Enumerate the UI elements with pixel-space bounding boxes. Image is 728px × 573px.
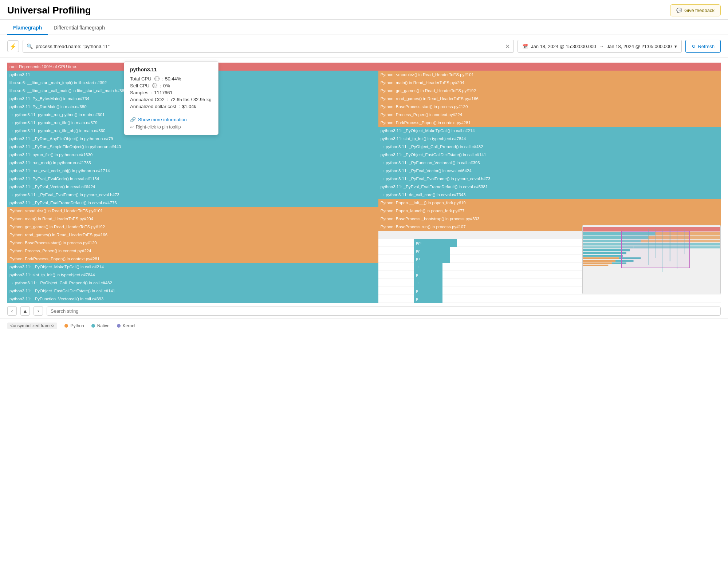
flame-cell[interactable]: py (414, 247, 450, 255)
rightclick-hint: ↩ Right-click to pin tooltip (130, 125, 212, 130)
flame-cell[interactable]: python3.11: _PyObject_MakeTpCall() in ca… (378, 127, 721, 135)
flame-cell[interactable]: Python: read_games() in Read_HeaderToES.… (7, 231, 378, 239)
tab-differential[interactable]: Differential flamegraph (48, 21, 111, 35)
native-legend-item: Native (91, 323, 110, 328)
refresh-icon: ↻ (692, 44, 696, 49)
flame-cell[interactable]: python3.11: _PyFunction_Vectorcall() in … (7, 295, 378, 303)
flame-cell[interactable]: → python3.11: do_call_core() in ceval.c#… (378, 191, 721, 199)
tooltip-co2: Annualized CO2: 72.65 lbs / 32.95 kg (130, 97, 212, 102)
chevron-down-icon: ▾ (674, 44, 677, 49)
flame-cell[interactable]: Python: <module>() in Read_HeaderToES.py… (7, 207, 378, 215)
table-row: → python3.11: pymain_run_file() in main.… (7, 119, 721, 127)
flame-cell[interactable]: Python: read_games() in Read_HeaderToES.… (378, 95, 721, 103)
flame-cell[interactable]: python3.11: _PyObject_FastCallDictTstate… (7, 287, 378, 295)
flame-cell[interactable]: Python: Process_Popen() in context.py#22… (378, 111, 721, 119)
search-string-input[interactable] (47, 307, 721, 316)
flame-cell[interactable]: p I (414, 255, 450, 263)
table-row: python3.11: PyEval_EvalCode() in ceval.c… (7, 175, 721, 183)
refresh-button[interactable]: ↻ Refresh (685, 40, 721, 53)
table-row: libc.so.6: __libc_start_main_impl() in l… (7, 79, 721, 87)
python-legend-dot (64, 324, 68, 328)
table-row: Python: main() in Read_HeaderToES.py#204… (7, 215, 721, 223)
show-more-info-link[interactable]: 🔗 Show more information (130, 117, 212, 122)
flame-cell[interactable]: root: Represents 100% of CPU time. (7, 63, 721, 71)
flame-cell[interactable]: p (414, 287, 442, 295)
search-container: 🔍 ✕ (23, 40, 514, 53)
flame-cell[interactable]: python3.11: _PyRun_SimpleFileObject() in… (7, 143, 378, 151)
table-row: python3.11 Python: <module>() in Read_He… (7, 71, 721, 79)
tooltip-divider (130, 113, 212, 113)
filter-button[interactable]: ⚡ (7, 40, 19, 52)
flame-cell[interactable]: python3.11: _PyEval_EvalFrameDefault() i… (378, 183, 721, 191)
flame-cell[interactable]: Python: main() in Read_HeaderToES.py#204 (378, 79, 721, 87)
flame-cell[interactable]: python3.11: _PyObject_MakeTpCall() in ca… (7, 263, 378, 271)
flame-cell[interactable]: python3.11: pyrun_file() in pythonrun.c#… (7, 151, 378, 159)
table-row: → python3.11: _PyEval_EvalFrame() in pyc… (7, 191, 721, 199)
feedback-icon: 💬 (676, 8, 682, 13)
header: Universal Profiling 💬 Give feedback (0, 0, 728, 20)
flame-cell[interactable]: Python: Process_Popen() in context.py#22… (7, 247, 378, 255)
flame-cell[interactable]: python3.11: run_mod() in pythonrun.c#173… (7, 159, 378, 167)
flame-cell[interactable]: Python: Popen_launch() in popen_fork.py#… (378, 207, 721, 215)
flame-cell[interactable]: → python3.11: _PyEval_Vector() in ceval.… (378, 167, 721, 175)
flame-cell[interactable]: python3.11: _PyObject_FastCallDictTstate… (378, 151, 721, 159)
flame-cell[interactable]: Python: BaseProcess._bootstrap() in proc… (378, 215, 721, 223)
table-row: root: Represents 100% of CPU time. (7, 63, 721, 71)
tab-flamegraph[interactable]: Flamegraph (7, 21, 48, 35)
next-button[interactable]: › (34, 306, 43, 316)
flame-cell[interactable]: python3.11: _PyEval_EvalFrameDefault() i… (7, 199, 378, 207)
flame-cell[interactable]: → python3.11: _PyObject_Call_Prepend() i… (378, 143, 721, 151)
table-row: python3.11: run_eval_code_obj() in pytho… (7, 167, 721, 175)
flame-cell[interactable]: → (414, 263, 442, 271)
feedback-button[interactable]: 💬 Give feedback (670, 4, 721, 16)
flame-cell[interactable]: python3.11: slot_tp_init() in typeobject… (7, 271, 378, 279)
flame-cell[interactable]: → python3.11: _PyEval_EvalFrame() in pyc… (378, 175, 721, 183)
kernel-legend-dot (117, 324, 121, 328)
flame-cell[interactable]: Python: Popen.__init__() in popen_fork.p… (378, 199, 721, 207)
table-row: python3.11: _PyEval_EvalFrameDefault() i… (7, 199, 721, 207)
table-row: → python3.11: pymain_run_python() in mai… (7, 111, 721, 119)
table-row: → python3.11: pymain_run_file_obj() in m… (7, 127, 721, 135)
search-icon: 🔍 (27, 43, 33, 49)
table-row: python3.11: _PyRun_AnyFileObject() in py… (7, 135, 721, 143)
minimap[interactable] (582, 225, 721, 294)
flame-cell[interactable]: python3.11: _PyRun_AnyFileObject() in py… (7, 135, 378, 143)
flame-cell[interactable]: Python: ForkProcess_Popen() in context.p… (378, 119, 721, 127)
info-link-icon: 🔗 (130, 117, 136, 122)
flame-cell[interactable]: Python: main() in Read_HeaderToES.py#204 (7, 215, 378, 223)
unsymbolized-legend-item: <unsymbolized frame> (7, 323, 57, 329)
flame-cell[interactable]: p (414, 271, 442, 279)
flame-cell[interactable]: Python: get_games() in Read_HeaderToES.p… (7, 223, 378, 231)
svg-rect-13 (583, 252, 626, 254)
clear-search-button[interactable]: ✕ (505, 43, 510, 50)
flame-cell[interactable]: Python: get_games() in Read_HeaderToES.p… (378, 87, 721, 95)
table-row: Python: <module>() in Read_HeaderToES.py… (7, 207, 721, 215)
kernel-legend-item: Kernel (117, 323, 135, 328)
flame-cell[interactable]: Python: BaseProcess.start() in process.p… (378, 103, 721, 111)
rightclick-icon: ↩ (130, 125, 134, 130)
search-input[interactable] (36, 44, 502, 49)
calendar-icon: 📅 (522, 44, 528, 49)
flame-cell[interactable]: python3.11: PyEval_EvalCode() in ceval.c… (7, 175, 378, 183)
legend: <unsymbolized frame> Python Native Kerne… (0, 319, 728, 333)
tooltip-total-cpu: Total CPU ⓘ: 50.44% (130, 76, 212, 82)
flame-cell[interactable]: Python: ForkProcess_Popen() in context.p… (7, 255, 378, 263)
svg-rect-17 (583, 260, 615, 262)
flame-cell[interactable]: → python3.11: _PyFunction_Vectorcall() i… (378, 159, 721, 167)
flamegraph-container: python3.11 Total CPU ⓘ: 50.44% Self CPU … (0, 58, 728, 303)
flame-cell[interactable]: p (414, 295, 442, 303)
svg-rect-15 (583, 257, 619, 259)
flame-cell[interactable]: Python: <module>() in Read_HeaderToES.py… (378, 71, 721, 79)
flame-cell[interactable]: → python3.11: _PyEval_EvalFrame() in pyc… (7, 191, 378, 199)
flame-cell[interactable]: → python3.11: _PyObject_Call_Prepend() i… (7, 279, 378, 287)
flame-cell[interactable]: → (414, 279, 442, 287)
flame-cell[interactable]: python3.11: _PyEval_Vector() in ceval.c#… (7, 183, 378, 191)
flame-cell[interactable]: python3.11: slot_tp_init() in typeobject… (378, 135, 721, 143)
up-button[interactable]: ▲ (20, 306, 30, 316)
svg-rect-14 (583, 255, 623, 257)
flame-cell[interactable]: Python: BaseProcess.start() in process.p… (7, 239, 378, 247)
flame-cell[interactable]: py I (414, 239, 457, 247)
prev-button[interactable]: ‹ (7, 306, 17, 316)
flame-cell[interactable]: python3.11: run_eval_code_obj() in pytho… (7, 167, 378, 175)
date-range-picker[interactable]: 📅 Jan 18, 2024 @ 15:30:000.000 → Jan 18,… (518, 40, 682, 53)
